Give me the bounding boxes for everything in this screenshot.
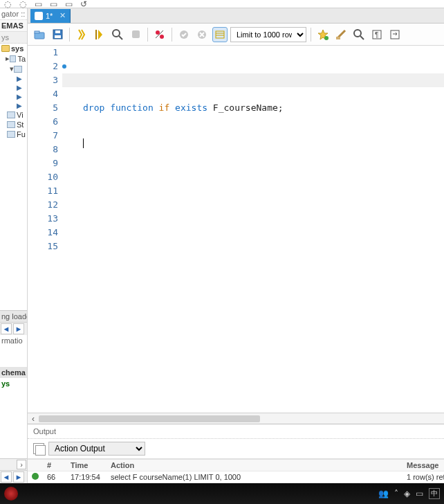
beautify-button[interactable]	[333, 27, 349, 42]
row-time: 17:19:54	[66, 471, 107, 483]
svg-line-7	[119, 36, 122, 39]
top-icon: ◌	[3, 1, 12, 7]
svg-rect-3	[55, 35, 61, 38]
commit-button[interactable]	[176, 27, 192, 42]
toggle-autocommit-button[interactable]	[152, 27, 167, 42]
col-message[interactable]: Message	[403, 460, 444, 471]
tree-stored[interactable]: St	[0, 120, 27, 129]
svg-rect-8	[132, 30, 140, 38]
tree-node[interactable]: ▶	[0, 92, 27, 101]
filter-row[interactable]: ys	[0, 32, 27, 44]
tree-label: Fu	[17, 130, 26, 138]
col-time[interactable]: Time	[66, 460, 107, 471]
find-button[interactable]	[351, 27, 367, 42]
information-label: rmatio	[0, 335, 27, 346]
favorites-button[interactable]	[315, 27, 331, 42]
folder-icon	[7, 121, 15, 128]
status-ok-icon	[32, 473, 39, 480]
schema-ys[interactable]: ys	[0, 378, 27, 389]
start-icon[interactable]	[4, 487, 18, 501]
top-icon: ▭	[48, 1, 58, 7]
nav-arrows: ◄ ►	[0, 322, 27, 335]
rollback-button[interactable]	[194, 27, 210, 42]
sql-tab[interactable]: 1* ✕	[30, 9, 71, 23]
row-message: 1 row(s) retu	[403, 471, 444, 483]
svg-rect-1	[35, 31, 39, 33]
tree-node[interactable]: ▶	[0, 74, 27, 83]
limit-rows-select[interactable]: Limit to 1000 rows	[230, 27, 306, 42]
svg-rect-5	[95, 30, 97, 39]
copy-icon[interactable]	[33, 443, 44, 454]
tree-label: Vi	[17, 111, 24, 119]
tray-wifi-icon[interactable]: ◈	[404, 489, 410, 498]
system-tray[interactable]: 👥 ˄ ◈ ▭ 中	[378, 488, 440, 499]
navigator-sidebar[interactable]: gator :: EMAS ys sys ▸ Ta ▾ ▶ ▶ ▶ ▶ Vi	[0, 8, 28, 483]
schema-info-header: chema	[0, 367, 27, 378]
toggle-invisible-button[interactable]: ¶	[369, 27, 385, 42]
svg-point-18	[354, 30, 361, 37]
explain-button[interactable]	[110, 27, 125, 42]
folder-icon	[7, 111, 15, 118]
nav-back-icon[interactable]: ◄	[1, 471, 12, 483]
tab-title: 1*	[46, 12, 53, 20]
close-icon[interactable]: ✕	[59, 11, 66, 20]
code-content[interactable]: drop function if exists F_courseName;	[62, 46, 444, 413]
scroll-left-icon[interactable]: ‹	[28, 414, 39, 424]
schema-tree[interactable]: sys ▸ Ta ▾ ▶ ▶ ▶ ▶ Vi St Fu	[0, 44, 27, 310]
tab-bar: 1* ✕	[28, 8, 444, 24]
tray-people-icon[interactable]: 👥	[378, 489, 389, 498]
scrollbar-thumb[interactable]	[39, 415, 260, 422]
sql-file-icon	[35, 12, 43, 20]
tree-functions[interactable]: Fu	[0, 129, 27, 139]
output-panel: Output Action Output # Time Action Messa…	[28, 424, 444, 483]
open-file-button[interactable]	[32, 27, 47, 42]
tree-node[interactable]: ▾	[0, 64, 27, 74]
svg-point-10	[160, 35, 164, 39]
col-idx[interactable]: #	[43, 460, 66, 471]
wrap-button[interactable]	[387, 27, 403, 42]
tray-battery-icon[interactable]: ▭	[416, 489, 423, 498]
tree-node[interactable]: ▶	[0, 101, 27, 110]
svg-rect-17	[336, 37, 340, 39]
top-icon: ▭	[64, 1, 73, 7]
stop-button[interactable]	[128, 27, 143, 42]
scroll-right-icon[interactable]: ›	[17, 460, 26, 469]
top-icon: ▭	[33, 1, 43, 7]
output-table: # Time Action Message 66 17:19:54 select…	[28, 459, 444, 483]
sql-toolbar: Limit to 1000 rows ¶	[28, 24, 444, 46]
table-row[interactable]: 66 17:19:54 select F courseName(1) LIMIT…	[28, 471, 444, 483]
toggle-limit-button[interactable]	[212, 27, 228, 42]
save-button[interactable]	[50, 27, 65, 42]
horizontal-scrollbar[interactable]: ‹	[28, 413, 444, 424]
svg-point-9	[156, 30, 160, 35]
line-gutter: 1 2 3 4 5 6 7 8 9 10 11 12 13 14 15	[28, 46, 62, 413]
output-header: Output	[28, 424, 444, 439]
loading-label: ng loade	[0, 311, 27, 322]
svg-rect-4	[55, 30, 60, 33]
table-icon	[10, 55, 16, 62]
tree-node[interactable]: ▶	[0, 83, 27, 92]
tree-views[interactable]: Vi	[0, 110, 27, 120]
tray-up-icon[interactable]: ˄	[394, 489, 398, 498]
sql-editor[interactable]: 1 2 3 4 5 6 7 8 9 10 11 12 13 14 15 drop…	[28, 46, 444, 413]
nav-fwd-icon[interactable]: ►	[13, 471, 24, 483]
svg-text:¶: ¶	[375, 31, 378, 39]
folder-icon	[7, 131, 15, 138]
nav-back-icon[interactable]: ◄	[1, 323, 12, 334]
nav-fwd-icon[interactable]: ►	[13, 323, 24, 334]
schemas-header[interactable]: EMAS	[0, 20, 27, 32]
top-icon: ↺	[79, 1, 89, 7]
taskbar[interactable]: 👥 ˄ ◈ ▭ 中	[0, 483, 444, 504]
row-action: select F courseName(1) LIMIT 0, 1000	[107, 471, 403, 483]
tree-tables[interactable]: ▸ Ta	[0, 53, 27, 64]
row-idx: 66	[43, 471, 66, 483]
col-action[interactable]: Action	[107, 460, 403, 471]
table-header-row: # Time Action Message	[28, 460, 444, 471]
svg-rect-22	[391, 30, 399, 39]
schema-sys[interactable]: sys	[0, 44, 27, 53]
tree-label: Ta	[17, 55, 26, 63]
execute-button[interactable]	[74, 27, 89, 42]
execute-current-button[interactable]	[92, 27, 107, 42]
output-type-select[interactable]: Action Output	[48, 442, 145, 456]
tray-input-icon[interactable]: 中	[429, 488, 440, 499]
